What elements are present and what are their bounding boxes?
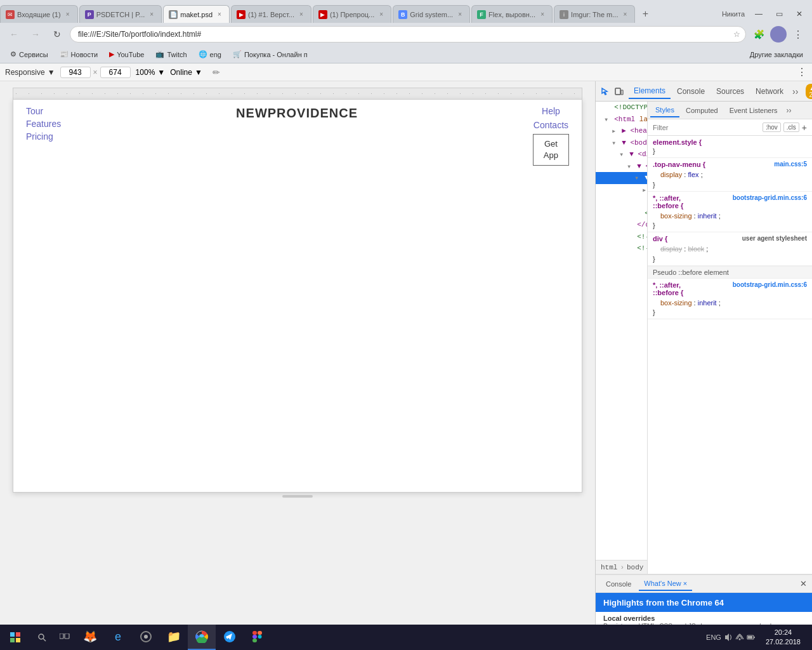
bottom-panel-close[interactable]: ✕ <box>800 579 807 588</box>
dom-line-ptext3[interactable]: he had not possessed since his <box>596 348 647 361</box>
pseudo-filter-button[interactable]: :hov <box>763 123 781 132</box>
inspect-element-icon[interactable] <box>601 84 610 99</box>
tab-youtube2[interactable]: ▶ (1) Препроц... × <box>313 5 391 23</box>
add-style-button[interactable]: + <box>802 123 807 133</box>
taskbar-edge[interactable]: e <box>104 625 132 650</box>
taskbar-chrome[interactable] <box>188 625 216 650</box>
nav-pricing-link[interactable]: Pricing <box>26 131 61 142</box>
network-panel-tab[interactable]: Network <box>750 84 789 98</box>
bookmark-news[interactable]: 📰 Новости <box>55 48 103 62</box>
cls-filter-button[interactable]: .cls <box>783 123 799 132</box>
dom-line-comment1[interactable]: <!-- /.top-nav-menu --> <box>596 208 647 220</box>
bookmark-shop[interactable]: 🛒 Покупка - Онлайн п <box>228 48 313 62</box>
dom-line-classcontent[interactable]: class="content"> <box>596 266 647 278</box>
tab-gmail[interactable]: ✉ Входящие (1) × <box>0 5 78 23</box>
star-icon[interactable]: ☆ <box>733 30 740 39</box>
elements-tab[interactable]: Elements <box>629 84 671 99</box>
tab-close-btn[interactable]: × <box>63 10 72 19</box>
close-button[interactable]: ✕ <box>789 5 809 23</box>
online-status-control[interactable]: Online ▼ <box>170 68 202 77</box>
get-app-button[interactable]: Get App <box>533 134 569 166</box>
back-button[interactable]: ← <box>5 25 23 43</box>
style-source-link[interactable]: main.css:5 <box>774 161 807 168</box>
bookmark-twitch[interactable]: 📺 Twitch <box>150 48 192 62</box>
taskbar-app3[interactable] <box>132 625 160 650</box>
dom-triangle[interactable] <box>625 161 633 172</box>
zoom-control[interactable]: 100% ▼ <box>136 68 166 77</box>
styles-filter-input[interactable] <box>653 124 760 131</box>
nav-features-link[interactable]: Features <box>26 119 61 129</box>
nav-tour-link[interactable]: Tour <box>26 106 61 116</box>
tab-close-btn[interactable]: × <box>538 10 547 19</box>
tab-close-btn[interactable]: × <box>297 10 306 19</box>
volume-icon[interactable] <box>724 633 733 642</box>
device-toolbar-icon[interactable] <box>615 84 624 99</box>
console-bottom-tab[interactable]: Console <box>601 578 636 590</box>
search-button[interactable] <box>30 625 53 650</box>
tab-imgur[interactable]: i Imgur: The m... × <box>554 5 635 23</box>
new-tab-button[interactable]: + <box>636 5 654 23</box>
network-icon[interactable] <box>735 633 744 642</box>
tab-bootstrap[interactable]: B Grid system... × <box>393 5 470 23</box>
dom-line-doctype[interactable]: <!DOCTYPE html> <box>596 102 647 114</box>
viewport-width-input[interactable] <box>60 67 91 78</box>
more-panels-button[interactable]: ›› <box>790 86 801 96</box>
style-source-link[interactable]: bootstrap-grid.min.css:6 <box>733 194 807 201</box>
bookmark-eng[interactable]: 🌐 eng <box>193 48 226 62</box>
dom-triangle[interactable] <box>641 185 647 196</box>
maximize-button[interactable]: ▭ <box>769 5 789 23</box>
event-listeners-tab[interactable]: Event Listeners <box>724 104 783 117</box>
battery-icon[interactable] <box>747 633 756 642</box>
bc-html[interactable]: html <box>601 564 617 571</box>
show-desktop-button[interactable] <box>806 625 812 650</box>
whats-new-tab[interactable]: What's New × <box>639 577 692 591</box>
edit-viewport-icon[interactable]: ✏ <box>213 67 220 77</box>
bookmark-services[interactable]: ⚙ Сервисы <box>5 48 53 62</box>
taskbar-explorer[interactable]: 📁 <box>160 625 188 650</box>
console-panel-tab[interactable]: Console <box>672 84 710 98</box>
dom-line-pclass[interactable]: class="content1">The sight of <box>596 313 647 325</box>
viewport-more-button[interactable]: ⋮ <box>797 66 807 78</box>
dom-triangle[interactable] <box>603 114 610 125</box>
tab-close-btn[interactable]: × <box>455 10 464 19</box>
sources-panel-tab[interactable]: Sources <box>711 84 749 98</box>
tab-close-btn[interactable]: × <box>215 10 224 19</box>
dom-line-h1open[interactable]: <h1>What happens <box>596 278 647 290</box>
bc-body[interactable]: body <box>627 564 643 571</box>
taskbar-clock[interactable]: 20:24 27.02.2018 <box>761 628 806 647</box>
dom-line-closediv1[interactable]: </div> <box>596 219 647 231</box>
dom-line-head[interactable]: ▶ <head>…</head> <box>596 125 647 137</box>
tab-youtube1[interactable]: ▶ (1) #1. Верст... × <box>231 5 311 23</box>
tab-close-btn[interactable]: × <box>620 10 629 19</box>
extensions-button[interactable]: 🧩 <box>750 25 768 43</box>
dom-line-row2[interactable]: content-around">…</div> <box>596 196 647 208</box>
dom-line-container[interactable]: ▼ <div class="container-fluid"> <box>596 149 647 161</box>
dom-line-p[interactable]: <p <box>596 302 647 314</box>
dom-triangle[interactable] <box>610 138 618 149</box>
dom-line-body[interactable]: ▼ <body> <box>596 137 647 149</box>
dom-line-divcontent[interactable]: <div <box>596 255 647 267</box>
reload-button[interactable]: ↻ <box>48 25 66 43</box>
dom-line-topnav[interactable]: ▼ <div class="top-nav"> <box>596 161 647 173</box>
viewport-height-input[interactable] <box>100 67 131 78</box>
lang-indicator[interactable]: ENG <box>706 633 721 641</box>
tab-psdetch[interactable]: P PSDETCH | P... × <box>79 5 162 23</box>
tab-flex[interactable]: F Flex, выровн... × <box>471 5 553 23</box>
dom-line-ptext2[interactable]: to a degree of equanimity which <box>596 336 647 348</box>
style-source-link[interactable]: bootstrap-grid.min.css:6 <box>733 281 807 288</box>
nav-contacts-link[interactable]: Contacts <box>534 120 568 130</box>
task-view-button[interactable] <box>53 625 76 650</box>
dom-line-html[interactable]: <html lang="en"> <box>596 114 647 126</box>
tab-close-btn[interactable]: × <box>377 10 386 19</box>
tab-maket[interactable]: 📄 maket.psd × <box>163 5 230 23</box>
dom-line-ptext1[interactable]: the tumblers restored Bob Sawyer <box>596 325 647 337</box>
styles-tab[interactable]: Styles <box>650 103 679 117</box>
forward-button[interactable]: → <box>27 25 44 43</box>
viewport-mode-selector[interactable]: Responsive ▼ <box>5 68 55 77</box>
address-input-container[interactable]: file:///E:/Site/To/portfolio/indext.html… <box>70 26 746 43</box>
dom-line-topnavmenu[interactable]: ▼ <div class="top-nav-menu"> == $0 <box>596 172 647 184</box>
more-tabs-button[interactable]: ›› <box>787 106 792 115</box>
dom-line-row[interactable]: ▶ <div class="row justify- <box>596 184 647 196</box>
tab-close-btn[interactable]: × <box>147 10 156 19</box>
dom-line-comment3[interactable]: <!-- <box>596 242 647 255</box>
